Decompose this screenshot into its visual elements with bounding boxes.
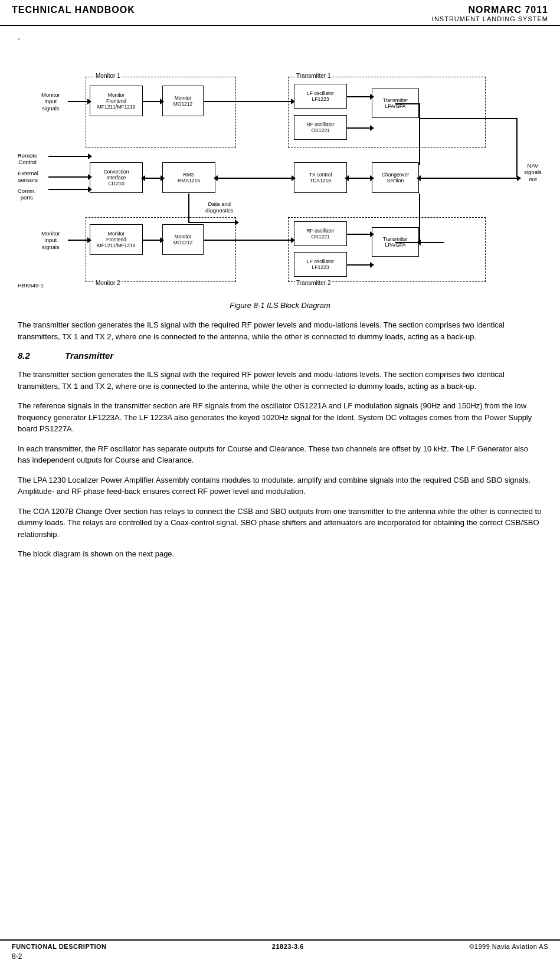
- block-monitor-mo-bot: MonitorMO1212: [162, 224, 204, 255]
- arrow-mo-to-tx-bot: [204, 240, 292, 241]
- block-connection-interface: ConnectionInterfaceCI1210: [90, 162, 143, 193]
- header-subtitle-right: INSTRUMENT LANDING SYSTEM: [432, 15, 548, 22]
- label-comm-ports: Comm.ports: [18, 188, 36, 201]
- paragraph-2: The transmitter section generates the IL…: [18, 369, 542, 392]
- footer-left: FUNCTIONAL DESCRIPTION: [12, 943, 107, 950]
- label-data-diagnostics: Data anddiagnostics: [205, 201, 234, 214]
- page-footer: FUNCTIONAL DESCRIPTION 21823-3.6 ©1999 N…: [0, 939, 560, 952]
- header-title-left: TECHNICAL HANDBOOK: [12, 5, 135, 15]
- arrow-to-nav-out: [420, 178, 518, 179]
- page-content: . Monitor 1 Transmitter 1 Monitor 2 Tran…: [0, 26, 560, 580]
- arrow-frontend-to-mo-top: [143, 101, 161, 102]
- paragraph-3: The reference signals in the transmitter…: [18, 400, 542, 435]
- label-remote-control: RemoteControl: [18, 152, 37, 166]
- arrow-input-to-frontend-top: [68, 101, 88, 102]
- label-monitor-input-top: Monitorinputsignals: [41, 91, 60, 112]
- block-diagram: Monitor 1 Transmitter 1 Monitor 2 Transm…: [18, 47, 543, 295]
- arrow-lf-to-lpa-top: [347, 96, 371, 97]
- arrow-data-right: [188, 222, 235, 223]
- block-lf-osc-top: LF oscillatorLF1223: [294, 84, 347, 109]
- label-hbk: HBK549-1: [18, 282, 44, 289]
- arrow-frontend-to-mo-bot: [143, 240, 161, 241]
- label-external-sensors: Externalsensors: [18, 170, 38, 184]
- arrow-changeover-to-lpa-bot: [420, 242, 444, 243]
- arrow-rf-to-lpa-top: [347, 127, 371, 129]
- line-lpa-top-h: [395, 103, 419, 104]
- arrow-remote-to-ci: [48, 156, 89, 157]
- footer-right: ©1999 Navia Aviation AS: [469, 943, 548, 950]
- paragraph-4: In each transmitter, the RF oscillator h…: [18, 443, 542, 466]
- block-tx-control: TX controlTCA1218: [294, 162, 347, 193]
- arrow-lf-to-lpa-bot: [347, 264, 371, 266]
- label-nav-signals-out: NAVsignalsout: [518, 162, 548, 182]
- block-changeover: ChangeoverSection: [372, 162, 419, 193]
- block-monitor-frontend-bot: MonitorFrontendMF1211/MF1219: [90, 224, 143, 255]
- arrow-comm-to-ci: [48, 189, 89, 190]
- paragraph-5: The LPA 1230 Localizer Power Amplifier A…: [18, 474, 542, 497]
- arrow-rms-to-tx: [217, 178, 292, 179]
- section-title: Transmitter: [65, 351, 113, 361]
- arrow-external-to-ci: [48, 176, 89, 178]
- header-right: NORMARC 7011 INSTRUMENT LANDING SYSTEM: [432, 5, 548, 22]
- line-lpa-top-to-changeover: [419, 103, 420, 165]
- dot-separator: .: [18, 32, 542, 41]
- page-header: TECHNICAL HANDBOOK NORMARC 7011 INSTRUME…: [0, 0, 560, 26]
- monitor1-label: Monitor 1: [94, 73, 122, 79]
- transmitter2-label: Transmitter 2: [295, 280, 332, 286]
- arrow-ci-to-rms: [145, 178, 161, 179]
- monitor2-label: Monitor 2: [94, 280, 122, 286]
- paragraph-7: The block diagram is shown on the next p…: [18, 548, 542, 560]
- paragraph-6: The COA 1207B Change Over section has re…: [18, 506, 542, 541]
- line-lpa-bot-h: [395, 242, 419, 243]
- block-rms: RMSRMA1215: [162, 162, 215, 193]
- arrow-rf-to-lpa-bot: [347, 234, 371, 235]
- label-monitor-input-bot: Monitorinputsignals: [41, 230, 60, 250]
- section-heading-row: 8.2 Transmitter: [18, 351, 542, 361]
- figure-caption: Figure 8-1 ILS Block Diagram: [18, 301, 542, 310]
- footer-center: 21823-3.6: [272, 943, 304, 950]
- line-rms-data: [188, 194, 189, 222]
- block-rf-osc-top: RF oscillatorOS1221: [294, 115, 347, 140]
- page-number: 8-2: [0, 952, 560, 963]
- block-monitor-frontend-top: Monitor Frontend MF1211/MF1219: [90, 86, 143, 116]
- paragraph-1: The transmitter section generates the IL…: [18, 319, 542, 342]
- block-lf-osc-bot: LF oscillatorLF1223: [294, 252, 347, 277]
- header-title-right: NORMARC 7011: [432, 5, 548, 15]
- block-rf-osc-bot: RF oscillatorOS1221: [294, 221, 347, 246]
- section-number: 8.2: [18, 351, 47, 361]
- arrow-tx-to-changeover: [348, 178, 371, 179]
- arrow-mo-to-tx-top: [204, 101, 292, 102]
- transmitter1-label: Transmitter 1: [295, 73, 332, 79]
- line-nav-top-h: [419, 118, 516, 119]
- line-nav-vertical: [516, 118, 518, 177]
- page-footer-wrapper: FUNCTIONAL DESCRIPTION 21823-3.6 ©1999 N…: [0, 939, 560, 963]
- block-monitor-mo-top: MonitorMO1212: [162, 86, 204, 116]
- line-changeover-lpa-bot: [419, 194, 420, 242]
- arrow-input-to-frontend-bot: [68, 240, 88, 241]
